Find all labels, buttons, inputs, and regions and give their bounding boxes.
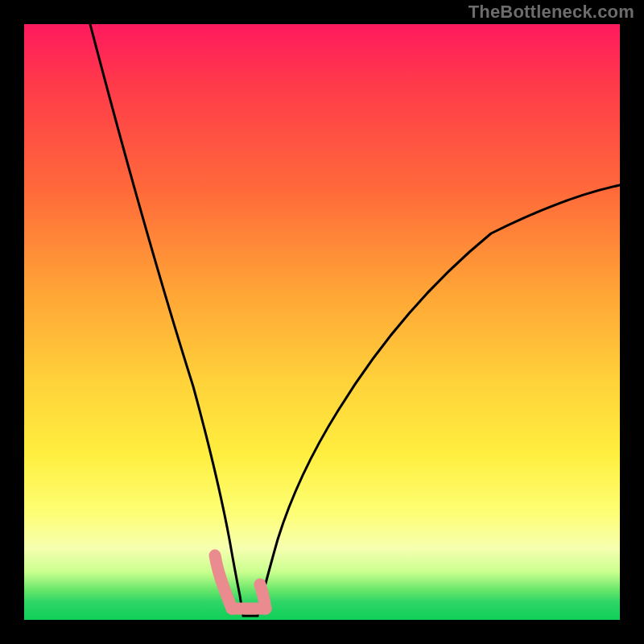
watermark-text: TheBottleneck.com (469, 2, 634, 23)
plot-area (24, 24, 620, 620)
curve-layer (24, 24, 620, 620)
chart-stage: TheBottleneck.com (0, 0, 644, 644)
bottleneck-curve (90, 24, 620, 616)
